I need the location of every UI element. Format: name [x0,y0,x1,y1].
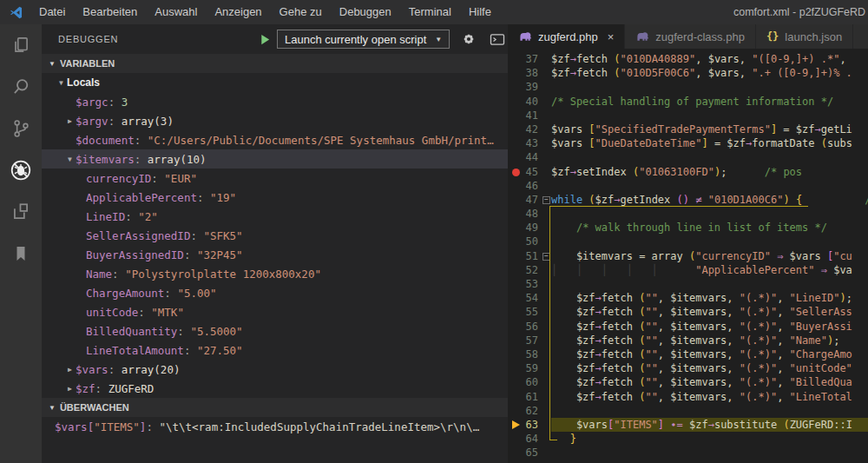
code-line-64[interactable]: 64 } [508,432,868,446]
code-line-40[interactable]: 40/* Special handling of payment informa… [508,95,868,109]
chevron-collapsed-icon[interactable]: ▶ [64,117,76,125]
fold-collapse-icon[interactable]: − [542,196,550,204]
variable-row-SellerAssignedID[interactable]: SellerAssignedID: "SFK5" [42,226,508,245]
code-line-45[interactable]: 45$zf→setIndex ("01063100FD"); /* pos [508,165,868,179]
code-line-50[interactable]: 50 [508,235,868,248]
line-number-gutter[interactable]: 39 [508,80,551,94]
line-number-gutter[interactable]: 55 [508,305,551,319]
breakpoint-icon[interactable] [512,169,520,176]
menu-debuggen[interactable]: Debuggen [331,5,400,18]
menu-gehe-zu[interactable]: Gehe zu [271,5,331,18]
code-line-51[interactable]: 51− $itemvars = array ("currencyID" ⇒ $v… [508,249,868,263]
line-number-gutter[interactable]: 42 [508,122,551,136]
variable-row-BuyerAssignedID[interactable]: BuyerAssignedID: "32P45" [42,245,508,264]
line-number-gutter[interactable]: 53 [508,277,551,291]
debug-console-icon[interactable] [490,33,505,46]
code-line-56[interactable]: 56 $zf→fetch ("", $itemvars, "(.*)", "Bu… [508,320,868,334]
line-number-gutter[interactable]: 44 [508,150,551,164]
code-line-53[interactable]: 53 [508,277,868,291]
chevron-collapsed-icon[interactable]: ▶ [64,385,76,393]
code-line-58[interactable]: 58 $zf→fetch ("", $itemvars, "(.*)", "Ch… [508,347,868,361]
chevron-collapsed-icon[interactable]: ▶ [64,366,76,374]
watch-expression-row[interactable]: $vars["ITEMS"]: "\t\t<ram:IncludedSupply… [42,417,508,436]
variable-row-ApplicablePercent[interactable]: ApplicablePercent: "19" [42,188,508,207]
code-line-41[interactable]: 41 [508,109,868,122]
tab-launch-json[interactable]: {}launch.json [756,24,853,49]
close-icon[interactable]: × [608,30,615,43]
line-number-gutter[interactable]: 64 [508,432,551,446]
code-line-46[interactable]: 46 [508,179,868,193]
code-line-55[interactable]: 55 $zf→fetch ("", $itemvars, "(.*)", "Se… [508,305,868,319]
code-line-44[interactable]: 44 [508,150,868,164]
variables-section-header[interactable]: ▼ VARIABLEN [42,54,508,73]
line-number-gutter[interactable]: 40 [508,95,551,109]
line-number-gutter[interactable]: 45 [508,165,551,179]
line-number-gutter[interactable]: 59 [508,361,551,375]
code-line-42[interactable]: 42$vars ["SpecifiedTradePaymentTerms"] =… [508,122,868,136]
code-editor[interactable]: 37$zf→fetch ("010DA40889", $vars, "([0-9… [508,49,868,463]
code-line-39[interactable]: 39 [508,80,868,94]
tab-zugferd-class-php[interactable]: zugferd-class.php [625,24,756,49]
variable-row-currencyID[interactable]: currencyID: "EUR" [42,169,508,188]
debug-icon[interactable] [0,149,42,191]
line-number-gutter[interactable]: 41 [508,109,551,122]
chevron-expanded-icon[interactable]: ▼ [64,155,76,163]
code-line-43[interactable]: 43$vars ["DueDateDateTime"] = $zf→format… [508,136,868,150]
line-number-gutter[interactable]: 37 [508,52,551,66]
watch-section-header[interactable]: ▼ ÜBERWACHEN [42,398,508,417]
code-line-60[interactable]: 60 $zf→fetch ("", $itemvars, "(.*)", "Bi… [508,375,868,389]
menu-terminal[interactable]: Terminal [400,5,460,18]
bookmarks-icon[interactable] [0,233,42,274]
variable-row-zf[interactable]: ▶$zf: ZUGFeRD [42,379,508,398]
line-number-gutter[interactable]: 57 [508,334,551,347]
line-number-gutter[interactable]: 50 [508,235,551,248]
code-line-65[interactable]: 65 [508,446,868,460]
variable-row-unitCode[interactable]: unitCode: "MTK" [42,302,508,321]
variable-row-argc[interactable]: $argc: 3 [42,92,508,111]
line-number-gutter[interactable]: 56 [508,320,551,334]
line-number-gutter[interactable]: 60 [508,375,551,389]
chevron-expanded-icon[interactable]: ▼ [56,79,67,87]
line-number-gutter[interactable]: 52 [508,263,551,277]
line-number-gutter[interactable]: 38 [508,66,551,80]
line-number-gutter[interactable]: 46 [508,179,551,193]
line-number-gutter[interactable]: 62 [508,404,551,418]
menu-datei[interactable]: Datei [30,5,74,18]
code-line-61[interactable]: 61 $zf→fetch ("", $itemvars, "(.*)", "Li… [508,390,868,404]
menu-hilfe[interactable]: Hilfe [460,5,500,18]
line-number-gutter[interactable]: 43 [508,136,551,150]
variable-row-ChargeAmount[interactable]: ChargeAmount: "5.00" [42,283,508,302]
launch-config-dropdown[interactable]: Launch currently open script ▼ [277,30,450,49]
line-number-gutter[interactable]: 48 [508,207,551,221]
line-number-gutter[interactable]: 63 [508,418,551,432]
variable-row-Name[interactable]: Name: "Polystyrolplatte 1200x800x20" [42,264,508,283]
explorer-icon[interactable] [0,24,42,66]
line-number-gutter[interactable]: 54 [508,291,551,305]
search-icon[interactable] [0,66,42,108]
code-line-63[interactable]: 63 $vars["ITEMS"] ∙= $zf→substitute (ZUG… [508,418,868,432]
menu-bearbeiten[interactable]: Bearbeiten [74,5,146,18]
menu-anzeigen[interactable]: Anzeigen [206,5,270,18]
extensions-icon[interactable] [0,191,42,233]
gear-icon[interactable] [462,32,476,46]
code-line-57[interactable]: 57 $zf→fetch ("", $itemvars, "(.*)", "Na… [508,334,868,347]
variable-row-itemvars[interactable]: ▼$itemvars: array(10) [42,149,508,169]
source-control-icon[interactable] [0,108,42,149]
menu-auswahl[interactable]: Auswahl [146,5,206,18]
line-number-gutter[interactable]: 51− [508,249,551,263]
code-line-49[interactable]: 49 /* walk through line in list of items… [508,221,868,235]
code-line-47[interactable]: 47−while ($zf→getIndex () ≠ "010D1A00C6"… [508,193,868,207]
code-line-52[interactable]: 52│ │ │ │ │ "ApplicablePercent" ⇒ $va [508,263,868,277]
code-line-37[interactable]: 37$zf→fetch ("010DA40889", $vars, "([0-9… [508,52,868,66]
code-line-62[interactable]: 62 [508,404,868,418]
code-line-48[interactable]: 48 [508,207,868,221]
variable-row-BilledQuantity[interactable]: BilledQuantity: "5.5000" [42,321,508,341]
variable-row-vars[interactable]: ▶$vars: array(20) [42,360,508,379]
variable-row-argv[interactable]: ▶$argv: array(3) [42,111,508,130]
line-number-gutter[interactable]: 65 [508,446,551,460]
code-line-54[interactable]: 54 $zf→fetch ("", $itemvars, "(.*)", "Li… [508,291,868,305]
code-line-38[interactable]: 38$zf→fetch ("010D5F00C6", $vars, ".+ ([… [508,66,868,80]
code-line-59[interactable]: 59 $zf→fetch ("", $itemvars, "(.*)", "un… [508,361,868,375]
start-debugging-button[interactable] [259,33,272,46]
variable-row-LineTotalAmount[interactable]: LineTotalAmount: "27.50" [42,341,508,360]
